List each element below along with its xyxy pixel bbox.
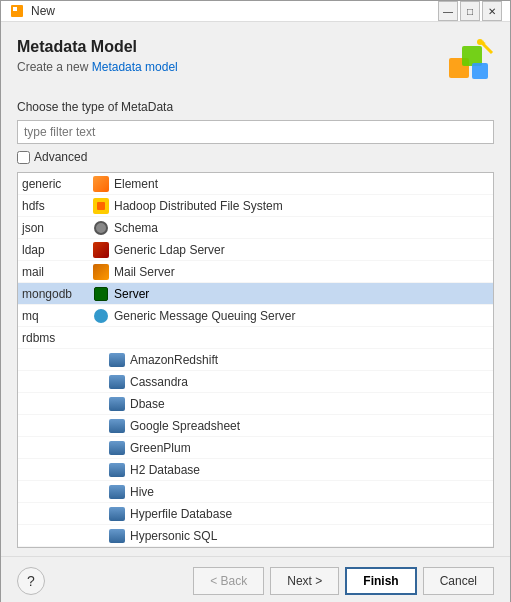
header-section: Metadata Model Create a new Metadata mod…: [17, 38, 494, 88]
row-label: Generic Ldap Server: [114, 243, 489, 257]
row-label: Element: [114, 177, 489, 191]
window-title: New: [31, 4, 55, 18]
next-button[interactable]: Next >: [270, 567, 339, 595]
window-icon: [9, 3, 25, 19]
list-item[interactable]: H2 Database: [18, 459, 493, 481]
advanced-row: Advanced: [17, 150, 494, 164]
svg-rect-4: [472, 63, 488, 79]
title-bar: New — □ ✕: [1, 1, 510, 22]
row-label: Hypersonic SQL: [130, 529, 489, 543]
row-key: ldap: [22, 243, 92, 257]
db-icon: [108, 483, 126, 501]
header-icon: ✦: [444, 38, 494, 88]
row-label: AmazonRedshift: [130, 353, 489, 367]
db-icon: [108, 417, 126, 435]
metadata-type-list[interactable]: genericElementhdfsHadoop Distributed Fil…: [17, 172, 494, 548]
advanced-checkbox[interactable]: [17, 151, 30, 164]
minimize-button[interactable]: —: [438, 1, 458, 21]
row-label: Generic Message Queuing Server: [114, 309, 489, 323]
subtitle-link[interactable]: Metadata model: [92, 60, 178, 74]
json-icon: [92, 219, 110, 237]
list-item[interactable]: hdfsHadoop Distributed File System: [18, 195, 493, 217]
db-icon: [108, 439, 126, 457]
generic-icon: [92, 175, 110, 193]
list-item[interactable]: mongodbServer: [18, 283, 493, 305]
list-item[interactable]: AmazonRedshift: [18, 349, 493, 371]
help-button[interactable]: ?: [17, 567, 45, 595]
db-icon: [108, 395, 126, 413]
db-icon: [108, 505, 126, 523]
content-area: Metadata Model Create a new Metadata mod…: [1, 22, 510, 548]
row-key: hdfs: [22, 199, 92, 213]
mail-icon: [92, 263, 110, 281]
footer: ? < Back Next > Finish Cancel: [1, 556, 510, 602]
db-icon: [108, 461, 126, 479]
cancel-button[interactable]: Cancel: [423, 567, 494, 595]
db-icon: [108, 351, 126, 369]
hdfs-icon: [92, 197, 110, 215]
row-label: Cassandra: [130, 375, 489, 389]
maximize-button[interactable]: □: [460, 1, 480, 21]
list-item[interactable]: ldapGeneric Ldap Server: [18, 239, 493, 261]
choose-label: Choose the type of MetaData: [17, 100, 494, 114]
new-dialog: New — □ ✕ Metadata Model Create a new Me…: [0, 0, 511, 602]
svg-rect-1: [13, 7, 17, 11]
header-text: Metadata Model Create a new Metadata mod…: [17, 38, 178, 74]
back-button[interactable]: < Back: [193, 567, 264, 595]
list-item[interactable]: Hyperfile Database: [18, 503, 493, 525]
list-item[interactable]: Hive: [18, 481, 493, 503]
list-item[interactable]: Google Spreadsheet: [18, 415, 493, 437]
subtitle: Create a new Metadata model: [17, 60, 178, 74]
finish-button[interactable]: Finish: [345, 567, 416, 595]
footer-left: ?: [17, 567, 45, 595]
db-icon: [108, 373, 126, 391]
svg-text:✦: ✦: [480, 39, 487, 48]
row-key: generic: [22, 177, 92, 191]
list-item[interactable]: GreenPlum: [18, 437, 493, 459]
list-item[interactable]: genericElement: [18, 173, 493, 195]
row-key: json: [22, 221, 92, 235]
filter-input[interactable]: [17, 120, 494, 144]
list-item[interactable]: Cassandra: [18, 371, 493, 393]
row-label: Dbase: [130, 397, 489, 411]
mq-icon: [92, 307, 110, 325]
row-label: Server: [114, 287, 489, 301]
row-label: Hadoop Distributed File System: [114, 199, 489, 213]
list-item[interactable]: mailMail Server: [18, 261, 493, 283]
page-title: Metadata Model: [17, 38, 178, 56]
mongodb-icon: [92, 285, 110, 303]
row-icon: [92, 329, 110, 347]
row-label: Hive: [130, 485, 489, 499]
ldap-icon: [92, 241, 110, 259]
advanced-label[interactable]: Advanced: [34, 150, 87, 164]
list-item[interactable]: jsonSchema: [18, 217, 493, 239]
list-item[interactable]: mqGeneric Message Queuing Server: [18, 305, 493, 327]
close-button[interactable]: ✕: [482, 1, 502, 21]
title-bar-buttons: — □ ✕: [438, 1, 502, 21]
row-label: GreenPlum: [130, 441, 489, 455]
row-label: H2 Database: [130, 463, 489, 477]
title-bar-left: New: [9, 3, 55, 19]
row-label: Google Spreadsheet: [130, 419, 489, 433]
row-key: mail: [22, 265, 92, 279]
row-label: Hyperfile Database: [130, 507, 489, 521]
list-item[interactable]: rdbms: [18, 327, 493, 349]
list-wrapper: genericElementhdfsHadoop Distributed Fil…: [17, 172, 494, 548]
db-icon: [108, 527, 126, 545]
row-key: rdbms: [22, 331, 92, 345]
footer-right: < Back Next > Finish Cancel: [193, 567, 494, 595]
subtitle-static: Create a new: [17, 60, 92, 74]
row-key: mq: [22, 309, 92, 323]
row-label: Mail Server: [114, 265, 489, 279]
row-label: Schema: [114, 221, 489, 235]
list-item[interactable]: Hypersonic SQL: [18, 525, 493, 547]
row-key: mongodb: [22, 287, 92, 301]
list-item[interactable]: Dbase: [18, 393, 493, 415]
